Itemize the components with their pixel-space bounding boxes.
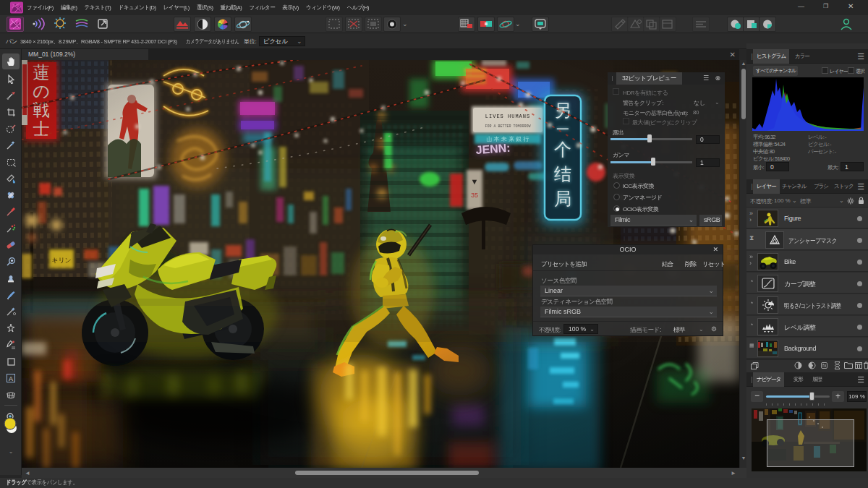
svg-text:A: A [9,375,13,382]
